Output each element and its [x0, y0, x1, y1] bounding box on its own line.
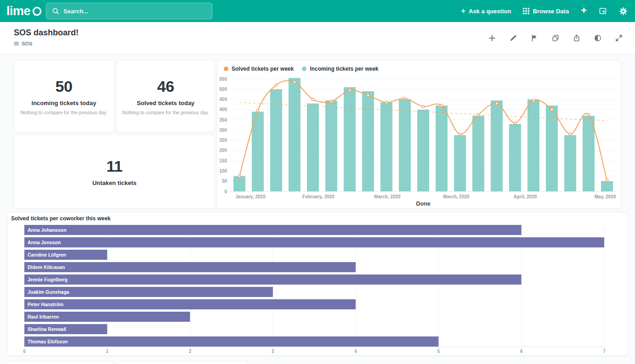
stat-value: 50: [56, 78, 73, 95]
edit-dashboard-button[interactable]: [509, 34, 517, 42]
svg-text:May, 2020: May, 2020: [595, 194, 616, 199]
tickets-per-week-chart-card[interactable]: Solved tickets per week Incoming tickets…: [217, 60, 621, 209]
svg-text:Peter Hanström: Peter Hanström: [28, 302, 63, 307]
svg-text:3: 3: [272, 349, 274, 354]
untaken-tickets-card[interactable]: 11 Untaken tickets: [14, 134, 215, 209]
search-icon: [52, 7, 59, 15]
add-card-button[interactable]: [488, 34, 496, 42]
grid-icon: [523, 8, 529, 14]
solved-tickets-card[interactable]: 46 Solved tickets today Nothing to compa…: [116, 60, 215, 132]
svg-text:2: 2: [189, 349, 192, 354]
browse-data-button[interactable]: Browse Data: [523, 8, 569, 15]
svg-text:January, 2020: January, 2020: [235, 194, 266, 199]
copy-icon: [551, 34, 560, 42]
collection-icon: [14, 41, 19, 46]
svg-text:Sharlina Renwall: Sharlina Renwall: [28, 326, 66, 332]
svg-text:February, 2020: February, 2020: [302, 194, 335, 199]
move-button[interactable]: [530, 34, 539, 42]
svg-text:Done: Done: [416, 201, 430, 207]
svg-text:200: 200: [219, 148, 227, 153]
top-navbar: lime + Ask a question Browse Data +: [0, 0, 635, 22]
incoming-tickets-card[interactable]: 50 Incoming tickets today Nothing to com…: [14, 60, 114, 132]
search-box[interactable]: [46, 3, 212, 19]
breadcrumb-collection-link[interactable]: SOS: [14, 41, 32, 46]
new-item-button[interactable]: +: [581, 6, 587, 17]
svg-text:350: 350: [219, 118, 227, 123]
dashboard-header: SOS dashboard! SOS: [0, 22, 635, 54]
svg-text:0: 0: [23, 349, 26, 354]
logo-mark-icon: [31, 6, 43, 17]
svg-text:450: 450: [219, 97, 227, 102]
stat-value: 11: [107, 157, 123, 175]
svg-text:5: 5: [437, 349, 440, 354]
stat-label: Untaken tickets: [92, 179, 136, 186]
dashboard-actions: [488, 22, 623, 54]
svg-text:Anna Jonsson: Anna Jonsson: [28, 240, 61, 245]
fullscreen-icon: [615, 34, 623, 42]
svg-text:550: 550: [219, 77, 227, 82]
svg-text:Thomas Elofsson: Thomas Elofsson: [28, 339, 68, 344]
flag-icon: [530, 34, 539, 42]
search-input[interactable]: [63, 8, 206, 15]
stat-subtext: Nothing to compare for the previous day.: [21, 110, 108, 115]
svg-text:0: 0: [224, 189, 227, 194]
svg-text:100: 100: [219, 168, 227, 174]
svg-text:Joakim Gunshaga: Joakim Gunshaga: [28, 289, 69, 295]
svg-text:7: 7: [603, 349, 606, 354]
gear-icon: [619, 7, 628, 16]
plus-icon: +: [461, 7, 465, 15]
stat-value: 46: [157, 78, 174, 95]
dashboards-icon: [599, 7, 607, 15]
svg-text:Raul Iribarren: Raul Iribarren: [28, 314, 59, 319]
svg-text:6: 6: [520, 349, 523, 354]
svg-text:Didem Kilicasan: Didem Kilicasan: [28, 264, 65, 270]
page-title: SOS dashboard!: [14, 28, 79, 38]
svg-text:300: 300: [219, 128, 227, 133]
pencil-icon: [509, 34, 517, 42]
svg-text:500: 500: [219, 87, 227, 92]
partial-card[interactable]: [116, 362, 248, 364]
night-mode-button[interactable]: [594, 34, 602, 42]
stat-label: Solved tickets today: [137, 100, 195, 106]
svg-text:4: 4: [354, 349, 357, 354]
svg-text:400: 400: [219, 107, 227, 112]
duplicate-button[interactable]: [551, 34, 560, 42]
night-mode-icon: [594, 34, 602, 42]
tickets-per-week-combo-chart: 050100150200250300350400450500550January…: [217, 61, 621, 208]
svg-text:1: 1: [106, 349, 109, 354]
share-button[interactable]: [573, 34, 581, 42]
svg-text:Caroline Löfgren: Caroline Löfgren: [28, 252, 66, 258]
fullscreen-button[interactable]: [615, 34, 623, 42]
ask-question-button[interactable]: + Ask a question: [461, 7, 511, 15]
svg-text:Jennie Fogelberg: Jennie Fogelberg: [28, 277, 68, 282]
svg-text:March, 2020: March, 2020: [443, 194, 470, 199]
coworker-bar-chart: 01234567Anna JohanssonAnna JonssonCaroli…: [7, 213, 628, 355]
partial-card[interactable]: [7, 362, 114, 364]
dashboards-button[interactable]: [599, 7, 607, 15]
svg-text:50: 50: [222, 179, 227, 184]
coworker-chart-card[interactable]: Solved tickets per coworker this week 01…: [7, 212, 628, 356]
chart-title: Solved tickets per coworker this week: [11, 215, 111, 222]
share-icon: [573, 34, 581, 42]
navbar-actions: + Ask a question Browse Data +: [461, 0, 628, 22]
svg-text:March, 2020: March, 2020: [374, 194, 401, 199]
plus-icon: [488, 34, 496, 42]
svg-text:April, 2020: April, 2020: [514, 194, 537, 199]
logo-text: lime: [6, 5, 30, 17]
lime-logo[interactable]: lime: [6, 5, 43, 17]
settings-button[interactable]: [619, 7, 628, 16]
svg-text:250: 250: [219, 138, 227, 143]
browse-data-label: Browse Data: [533, 8, 569, 15]
stat-subtext: Nothing to compare for the previous day.: [122, 110, 209, 115]
svg-text:Anna Johansson: Anna Johansson: [28, 227, 67, 233]
collection-label: SOS: [22, 41, 32, 46]
ask-question-label: Ask a question: [469, 8, 511, 15]
stat-label: Incoming tickets today: [32, 100, 96, 106]
svg-text:150: 150: [219, 158, 227, 163]
